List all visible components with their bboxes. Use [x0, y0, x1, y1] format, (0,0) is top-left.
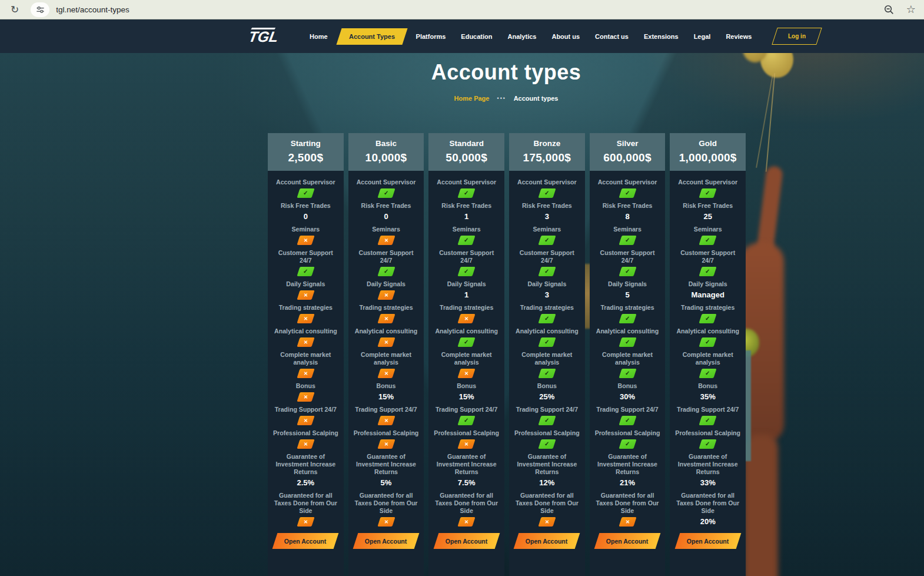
- open-account-button-gold[interactable]: Open Account: [674, 533, 741, 549]
- nav-item-analytics[interactable]: Analytics: [500, 28, 544, 45]
- check-glyph: ✓: [384, 190, 388, 196]
- feature-cross-icon: ✕: [377, 439, 395, 449]
- feature-label-seminars: Seminars: [514, 226, 580, 233]
- feature-value: 3: [514, 212, 580, 221]
- plan-name: Standard: [428, 133, 504, 148]
- open-account-button-basic[interactable]: Open Account: [353, 533, 420, 549]
- nav-item-legal[interactable]: Legal: [686, 28, 719, 45]
- nav-item-about-us[interactable]: About us: [544, 28, 587, 45]
- feature-check-icon: ✓: [619, 267, 636, 276]
- nav-item-account-types[interactable]: Account Types: [336, 28, 407, 45]
- feature-label-bonus: Bonus: [514, 382, 580, 390]
- plan-name: Bronze: [509, 133, 585, 148]
- nav-item-education[interactable]: Education: [453, 28, 500, 45]
- feature-value: 35%: [674, 392, 741, 402]
- feature-check-icon: ✓: [538, 236, 556, 245]
- feature-check-icon: ✓: [458, 267, 476, 276]
- plan-header: Starting2,500$: [268, 133, 344, 171]
- feature-cross-icon: ✕: [297, 517, 314, 527]
- feature-value: 5: [594, 290, 661, 300]
- feature-label-trading-support-24-7: Trading Support 24/7: [674, 406, 741, 413]
- feature-label-trading-strategies: Trading strategies: [674, 304, 741, 312]
- reload-icon[interactable]: ↻: [11, 5, 19, 15]
- plan-card-standard: Standard50,000$Account Supervisor✓Risk F…: [428, 133, 504, 576]
- feature-cross-icon: ✕: [377, 337, 395, 347]
- feature-value: 1: [433, 290, 500, 300]
- url-bar[interactable]: tgl.net/account-types: [56, 5, 129, 14]
- feature-check-icon: ✓: [458, 416, 476, 425]
- feature-check-icon: ✓: [699, 369, 717, 378]
- open-account-button-starting[interactable]: Open Account: [272, 533, 339, 549]
- feature-label-bonus: Bonus: [272, 382, 339, 390]
- feature-label-customer-support-24-7: Customer Support 24/7: [514, 249, 580, 264]
- bookmark-star-icon[interactable]: ☆: [906, 4, 916, 15]
- plan-header: Standard50,000$: [428, 133, 504, 171]
- feature-label-professional-scalping: Professional Scalping: [272, 429, 339, 437]
- feature-value: 2.5%: [272, 478, 339, 488]
- feature-label-customer-support-24-7: Customer Support 24/7: [674, 249, 741, 264]
- feature-cross-icon: ✕: [458, 314, 476, 323]
- feature-label-analytical-consulting: Analytical consulting: [594, 327, 661, 335]
- feature-label-seminars: Seminars: [594, 226, 661, 233]
- check-glyph: ✓: [705, 269, 710, 274]
- open-account-button-silver[interactable]: Open Account: [594, 533, 661, 549]
- site-info-button[interactable]: [31, 2, 49, 17]
- cross-glyph: ✕: [304, 340, 308, 345]
- site-logo[interactable]: TGL: [247, 27, 280, 45]
- feature-label-analytical-consulting: Analytical consulting: [272, 327, 339, 335]
- check-glyph: ✓: [303, 269, 308, 274]
- check-glyph: ✓: [544, 269, 549, 274]
- feature-cross-icon: ✕: [377, 517, 395, 527]
- feature-cross-icon: ✕: [377, 369, 395, 378]
- nav-items: HomeAccount TypesPlatformsEducationAnaly…: [302, 28, 759, 45]
- feature-check-icon: ✓: [538, 337, 556, 347]
- feature-value: 0: [353, 212, 420, 221]
- feature-value: 25: [674, 212, 741, 221]
- feature-label-complete-market-analysis: Complete market analysis: [674, 351, 741, 366]
- nav-item-label: Extensions: [644, 33, 679, 40]
- balloon-icon: [760, 53, 793, 78]
- plan-card-basic: Basic10,000$Account Supervisor✓Risk Free…: [348, 133, 424, 576]
- feature-check-icon: ✓: [699, 439, 717, 449]
- feature-value: 12%: [514, 478, 580, 488]
- plan-name: Silver: [590, 133, 666, 148]
- feature-label-seminars: Seminars: [433, 226, 500, 233]
- feature-label-daily-signals: Daily Signals: [514, 280, 580, 288]
- feature-value: 5%: [353, 478, 420, 488]
- feature-check-icon: ✓: [699, 416, 717, 425]
- feature-label-professional-scalping: Professional Scalping: [674, 429, 741, 437]
- feature-check-icon: ✓: [699, 314, 717, 323]
- check-glyph: ✓: [625, 316, 630, 322]
- feature-label-guaranteed-for-all-taxes-done-from-our-side: Guaranteed for all Taxes Done from Our S…: [674, 492, 741, 515]
- feature-check-icon: ✓: [699, 188, 717, 198]
- check-glyph: ✓: [464, 339, 468, 345]
- breadcrumb-separator: •••: [497, 95, 506, 101]
- nav-item-reviews[interactable]: Reviews: [718, 28, 759, 45]
- check-glyph: ✓: [705, 237, 710, 243]
- cross-glyph: ✕: [384, 418, 388, 423]
- cross-glyph: ✕: [304, 442, 308, 447]
- feature-label-analytical-consulting: Analytical consulting: [353, 327, 420, 335]
- open-account-button-bronze[interactable]: Open Account: [514, 533, 580, 549]
- check-glyph: ✓: [544, 339, 549, 345]
- feature-label-guaranteed-for-all-taxes-done-from-our-side: Guaranteed for all Taxes Done from Our S…: [272, 492, 339, 515]
- nav-item-platforms[interactable]: Platforms: [408, 28, 454, 45]
- nav-item-contact-us[interactable]: Contact us: [587, 28, 636, 45]
- feature-label-professional-scalping: Professional Scalping: [594, 429, 661, 437]
- check-glyph: ✓: [384, 269, 388, 274]
- feature-cross-icon: ✕: [458, 517, 476, 527]
- breadcrumb-home-link[interactable]: Home Page: [454, 95, 490, 102]
- cross-glyph: ✕: [384, 316, 388, 322]
- open-account-label: Open Account: [526, 538, 568, 545]
- feature-label-risk-free-trades: Risk Free Trades: [594, 202, 661, 210]
- open-account-button-standard[interactable]: Open Account: [433, 533, 500, 549]
- breadcrumb-current: Account types: [514, 95, 559, 102]
- feature-check-icon: ✓: [458, 236, 476, 245]
- cross-glyph: ✕: [384, 371, 388, 376]
- feature-label-risk-free-trades: Risk Free Trades: [353, 202, 420, 210]
- login-button[interactable]: Log in: [772, 28, 822, 45]
- nav-item-extensions[interactable]: Extensions: [636, 28, 686, 45]
- nav-item-home[interactable]: Home: [302, 28, 335, 45]
- feature-label-complete-market-analysis: Complete market analysis: [514, 351, 580, 366]
- zoom-out-icon[interactable]: [883, 4, 895, 15]
